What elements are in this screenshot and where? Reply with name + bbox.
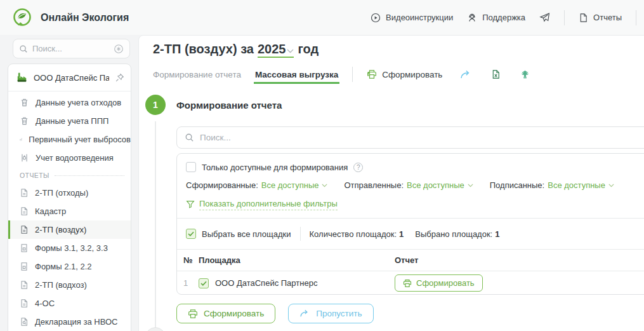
sites-count-value: 1: [399, 229, 404, 239]
filter-value: Все доступные: [261, 180, 319, 190]
table-row: 1 ООО ДатаСпейс Партнерс Сформировать: [177, 271, 644, 295]
tab-label: Массовая выгрузка: [255, 70, 338, 79]
document-icon: [579, 13, 588, 23]
sidebar-item-primary-emissions[interactable]: Первичный учет выбросов: [8, 130, 131, 149]
support-headset-icon: [467, 13, 477, 23]
form-doc-icon: [20, 243, 29, 253]
filter-signed[interactable]: Подписанные: Все доступные: [490, 180, 614, 190]
site-cell: ООО ДатаСпейс Партнерс: [199, 278, 395, 288]
sidebar-item-forms-2[interactable]: Формы 2.1, 2.2: [8, 257, 131, 276]
sidebar-item-label: Кадастр: [35, 206, 66, 216]
video-instructions-button[interactable]: Видеоинструкции: [371, 13, 453, 23]
report-doc-icon: [20, 188, 29, 198]
filter-value: Все доступные: [548, 180, 605, 190]
sidebar-item-2tp-vozduh[interactable]: 2-ТП (воздух): [8, 220, 131, 239]
tab-report-generation[interactable]: Формирование отчета: [153, 65, 241, 83]
row-generate-button[interactable]: Сформировать: [395, 274, 483, 292]
year-select[interactable]: 2025: [258, 42, 294, 58]
step-2-circle: [145, 327, 166, 331]
header-divider: [564, 10, 565, 25]
chevron-down-icon: [608, 184, 614, 187]
app-logo[interactable]: Онлайн Экология: [0, 7, 129, 29]
search-icon: [185, 133, 194, 142]
chevron-down-icon: [322, 184, 327, 187]
reports-label: Отчеты: [593, 13, 622, 22]
tabs-row: Формирование отчета Массовая выгрузка Сф…: [153, 65, 638, 83]
doc-search-icon: [20, 317, 29, 327]
only-available-label: Только доступные для формирования: [202, 163, 348, 172]
funnel-icon: [186, 200, 195, 209]
sidebar-search[interactable]: [13, 39, 130, 58]
share-arrow-icon[interactable]: [460, 70, 472, 79]
sidebar-item-label: Формы 3.1, 3.2, 3.3: [35, 243, 108, 253]
water-icon: [20, 153, 29, 163]
show-more-filters-link[interactable]: Показать дополнительные фильтры: [186, 199, 338, 210]
skip-arrow-icon: [299, 309, 310, 318]
reports-button[interactable]: Отчеты: [579, 13, 622, 23]
telegram-icon: [539, 12, 550, 23]
tab-mass-export[interactable]: Массовая выгрузка: [255, 65, 338, 83]
select-all-checkbox[interactable]: [186, 229, 196, 239]
organization-name: ООО ДатаСпейс Парт...: [34, 73, 109, 83]
sidebar-item-forms-3[interactable]: Формы 3.1, 3.2, 3.3: [8, 239, 131, 257]
sidebar-section-label: ОТЧЕТЫ: [20, 172, 49, 179]
sites-selected-count: Выбрано площадок: 1: [415, 229, 499, 239]
generate-button[interactable]: Сформировать: [176, 304, 275, 323]
toolbar-generate-button[interactable]: Сформировать: [367, 69, 442, 79]
sites-count: Количество площадок: 1: [310, 229, 404, 239]
filters-block: Только доступные для формирования Сформи…: [177, 154, 644, 219]
skip-button[interactable]: Пропустить: [288, 304, 373, 323]
panel-search[interactable]: [176, 126, 644, 149]
excel-icon[interactable]: [491, 69, 501, 79]
page-title-suffix: год: [298, 42, 319, 57]
filter-selects-row: Сформированные: Все доступные Отправленн…: [186, 180, 640, 190]
filter-generated[interactable]: Сформированные: Все доступные: [186, 180, 327, 190]
sidebar-item-kadastr[interactable]: Кадастр: [8, 202, 131, 220]
sites-selected-label: Выбрано площадок:: [415, 229, 492, 239]
panel-search-input[interactable]: [200, 133, 641, 142]
tabs-divider: [352, 67, 353, 82]
support-label: Поддержка: [482, 13, 525, 22]
generate-button-label: Сформировать: [204, 309, 264, 318]
site-name: ООО ДатаСпейс Партнерс: [215, 278, 317, 288]
only-available-checkbox[interactable]: [186, 162, 196, 172]
sidebar-item-label: Учет водоотведения: [36, 153, 114, 163]
sidebar-item-nvos-declaration[interactable]: Декларация за НВОС: [8, 313, 131, 331]
show-more-filters-label: Показать дополнительные фильтры: [199, 199, 338, 210]
sidebar-item-label: Первичный учет выбросов: [29, 135, 131, 144]
sidebar-item-waste-data[interactable]: Данные учета отходов: [8, 93, 131, 112]
report-doc-icon: [20, 206, 29, 216]
sidebar-menu: ООО ДатаСпейс Парт... Данные учета отход…: [8, 64, 131, 331]
sidebar-item-water-disposal[interactable]: Учет водоотведения: [8, 149, 131, 167]
filter-value: Все доступные: [407, 180, 464, 190]
help-icon[interactable]: [353, 163, 363, 172]
sidebar-item-ppp-data[interactable]: Данные учета ППП: [8, 112, 131, 130]
filter-sent[interactable]: Отправленные: Все доступные: [344, 180, 473, 190]
sidebar-search-input[interactable]: [32, 44, 109, 53]
row-checkbox[interactable]: [199, 278, 209, 288]
sidebar-item-label: Данные учета отходов: [36, 98, 121, 107]
telegram-button[interactable]: [539, 12, 550, 23]
emblem-icon[interactable]: [520, 69, 530, 79]
sidebar-item-2tp-vodhoz[interactable]: 2-ТП (водхоз): [8, 276, 131, 294]
support-button[interactable]: Поддержка: [467, 13, 525, 23]
page-title-prefix: 2-ТП (воздух) за: [153, 42, 254, 57]
pin-icon[interactable]: [115, 73, 124, 83]
organization-selector[interactable]: ООО ДатаСпейс Парт...: [8, 64, 131, 91]
app-header: Онлайн Экология Видеоинструкции Поддержк…: [0, 0, 644, 35]
sidebar-menu-list: Данные учета отходов Данные учета ППП Пе…: [8, 91, 131, 331]
hotkey-icon: [114, 44, 124, 54]
header-nav: Видеоинструкции Поддержка Отчеты: [371, 10, 644, 25]
printer-icon: [188, 309, 198, 319]
step-1-title: Формирование отчета: [176, 100, 282, 111]
report-doc-icon: [20, 299, 29, 308]
tab-label: Формирование отчета: [153, 70, 241, 79]
sidebar-item-4os[interactable]: 4-ОС: [8, 294, 131, 313]
toolbar-generate-label: Сформировать: [382, 70, 442, 79]
app-title: Онлайн Экология: [41, 12, 129, 24]
sites-count-label: Количество площадок:: [310, 229, 397, 239]
column-header-num: №: [183, 255, 199, 265]
header-divider-end: [636, 10, 636, 25]
sidebar-item-2tp-othody[interactable]: 2-ТП (отходы): [8, 184, 131, 202]
check-icon: [200, 281, 207, 286]
